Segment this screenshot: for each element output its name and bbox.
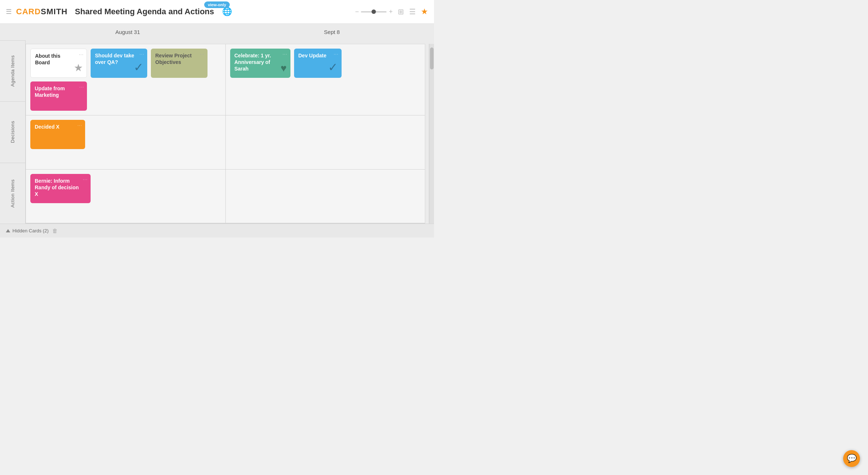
row-labels: Agenda Items Decisions Action Items xyxy=(0,40,26,224)
grid-view-button[interactable]: ⊞ xyxy=(398,7,404,16)
card-should-dev[interactable]: ··· Should dev take over QA? ✓ xyxy=(91,49,147,78)
header-right: − + ⊞ ☰ ★ xyxy=(355,7,428,16)
card-dev-update[interactable]: ··· Dev Update ✓ xyxy=(294,49,342,78)
grid-content: ··· About this Board ★ ··· Should dev ta… xyxy=(26,44,425,224)
hamburger-icon[interactable]: ☰ xyxy=(6,8,12,16)
card-title: Update from Marketing xyxy=(35,86,66,98)
card-menu-dots[interactable]: ··· xyxy=(334,52,338,57)
cell-actions-aug31: ··· Bernie: Inform Randy of decision X xyxy=(26,170,226,223)
card-review-project[interactable]: ··· Review Project Objectives xyxy=(151,49,208,78)
card-menu-dots[interactable]: ··· xyxy=(200,52,205,57)
board-title: Shared Meeting Agenda and Actions xyxy=(75,7,214,16)
heart-icon: ♥ xyxy=(281,62,287,74)
cell-agenda-aug31: ··· About this Board ★ ··· Should dev ta… xyxy=(26,44,226,115)
expand-arrow-icon xyxy=(6,229,10,232)
card-menu-dots[interactable]: ··· xyxy=(79,84,84,90)
card-menu-dots[interactable]: ··· xyxy=(79,52,84,57)
cell-agenda-sept8: ··· Celebrate: 1 yr. Anniversary of Sara… xyxy=(226,44,425,115)
star-icon: ★ xyxy=(74,62,83,74)
main-area: August 31 Sept 8 Agenda Items Decisions … xyxy=(0,24,434,224)
card-title: Decided X xyxy=(35,124,67,130)
card-title: Should dev take over QA? xyxy=(95,53,134,65)
card-menu-dots[interactable]: ··· xyxy=(282,52,287,57)
row-agenda: ··· About this Board ★ ··· Should dev ta… xyxy=(26,44,425,115)
favorite-star-icon[interactable]: ★ xyxy=(421,7,428,16)
col-header-sept8: Sept 8 xyxy=(230,29,434,35)
zoom-slider[interactable] xyxy=(361,11,387,12)
row-action-items: ··· Bernie: Inform Randy of decision X xyxy=(26,170,425,224)
scrollbar-thumb xyxy=(430,48,434,69)
row-decisions: ··· Decided X xyxy=(26,115,425,170)
card-title: Review Project Objectives xyxy=(155,53,192,65)
row-label-decisions: Decisions xyxy=(0,101,25,162)
card-title: Dev Update xyxy=(298,53,334,58)
hidden-cards-label: Hidden Cards (2) xyxy=(12,228,49,233)
row-label-actions: Action Items xyxy=(0,163,25,224)
zoom-controls: − + xyxy=(355,8,393,16)
card-title: Bernie: Inform Randy of decision X xyxy=(35,178,79,197)
card-celebrate-sarah[interactable]: ··· Celebrate: 1 yr. Anniversary of Sara… xyxy=(230,49,290,78)
trash-icon[interactable]: 🗑 xyxy=(52,228,58,234)
cell-decisions-aug31: ··· Decided X xyxy=(26,115,226,169)
zoom-in-button[interactable]: + xyxy=(389,8,393,16)
zoom-slider-thumb xyxy=(372,10,376,14)
column-headers: August 31 Sept 8 xyxy=(0,24,434,40)
cell-actions-sept8 xyxy=(226,170,425,223)
card-menu-dots[interactable]: ··· xyxy=(77,123,82,128)
col-header-aug31: August 31 xyxy=(26,29,230,35)
card-about-board[interactable]: ··· About this Board ★ xyxy=(30,49,87,78)
header: ☰ CARDSMITH Shared Meeting Agenda and Ac… xyxy=(0,0,434,24)
globe-icon[interactable]: 🌐 xyxy=(222,7,232,16)
hidden-cards-toggle[interactable]: Hidden Cards (2) xyxy=(6,228,49,233)
card-menu-dots[interactable]: ··· xyxy=(140,52,144,57)
board: Agenda Items Decisions Action Items ··· … xyxy=(0,40,434,224)
card-bernie-inform[interactable]: ··· Bernie: Inform Randy of decision X xyxy=(30,174,91,203)
view-only-badge: view-only xyxy=(204,1,230,8)
scrollbar[interactable] xyxy=(429,44,434,224)
list-view-button[interactable]: ☰ xyxy=(409,7,416,16)
card-title: Celebrate: 1 yr. Anniversary of Sarah xyxy=(235,53,271,72)
cell-decisions-sept8 xyxy=(226,115,425,169)
card-menu-dots[interactable]: ··· xyxy=(83,177,88,182)
card-update-marketing[interactable]: ··· Update from Marketing xyxy=(30,81,87,111)
header-left: ☰ CARDSMITH Shared Meeting Agenda and Ac… xyxy=(6,7,232,16)
logo-card: CARD xyxy=(16,7,41,16)
logo: CARDSMITH xyxy=(16,7,68,16)
row-label-agenda: Agenda Items xyxy=(0,40,25,101)
card-decided-x[interactable]: ··· Decided X xyxy=(30,120,85,149)
zoom-out-button[interactable]: − xyxy=(355,8,359,16)
checkmark-icon: ✓ xyxy=(328,60,338,74)
checkmark-icon: ✓ xyxy=(134,60,144,74)
card-title: About this Board xyxy=(35,53,60,65)
logo-smith: SMITH xyxy=(41,7,68,16)
bottom-bar: Hidden Cards (2) 🗑 xyxy=(0,224,434,238)
